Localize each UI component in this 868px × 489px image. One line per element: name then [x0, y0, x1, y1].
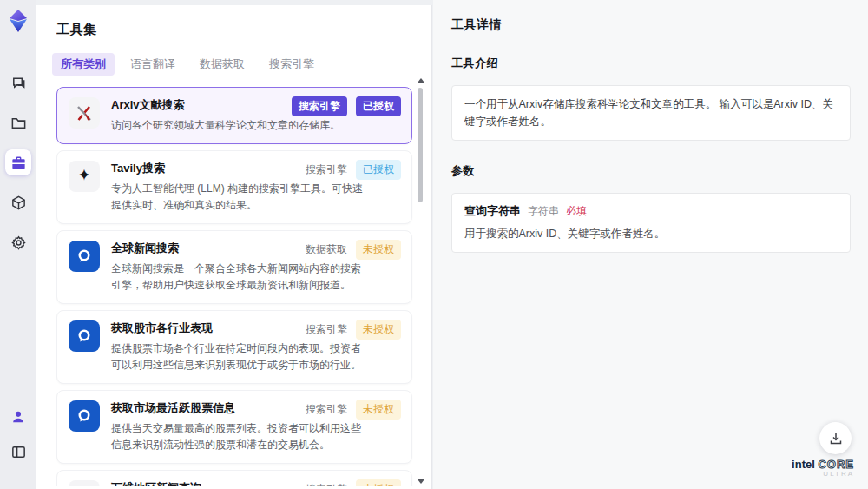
tab-1[interactable]: 语言翻译	[122, 53, 184, 76]
status-badge: 未授权	[356, 240, 401, 260]
panel-toggle-icon	[10, 444, 27, 460]
param-type: 字符串	[528, 204, 559, 219]
tab-0[interactable]: 所有类别	[52, 53, 115, 76]
tool-card[interactable]: 获取市场最活跃股票信息 提供当天交易量最高的股票列表。投资者可以利用这些信息来识…	[56, 390, 412, 464]
tool-card[interactable]: 获取股市各行业表现 提供股票市场各个行业在特定时间段内的表现。投资者可以利用这些…	[56, 310, 412, 384]
sidebar-item-files[interactable]	[5, 109, 31, 135]
download-button[interactable]	[819, 422, 852, 454]
tool-card[interactable]: 全球新闻搜索 全球新闻搜索是一个聚合全球各大新闻网站内容的搜索引擎，帮助用户快速…	[56, 230, 412, 304]
params-heading: 参数	[451, 163, 851, 179]
tools-panel: 工具集 所有类别语言翻译数据获取搜索引擎 Arxiv文献搜索 访问各个研究领域大…	[36, 5, 432, 489]
category-badge: 数据获取	[306, 242, 347, 257]
app-window: 工具集 所有类别语言翻译数据获取搜索引擎 Arxiv文献搜索 访问各个研究领域大…	[0, 0, 868, 489]
tool-description: 提供股票市场各个行业在特定时间段内的表现。投资者可以利用这些信息来识别表现优于或…	[111, 340, 399, 373]
tab-2[interactable]: 数据获取	[191, 53, 253, 76]
blueq-icon	[69, 241, 100, 272]
intro-text: 一个用于从Arxiv存储库搜索科学论文和文章的工具。 输入可以是Arxiv ID…	[464, 96, 838, 130]
intel-wordmark: intel	[792, 458, 815, 471]
ultra-wordmark: ULTRA	[792, 471, 854, 479]
tool-card[interactable]: 万维地区新闻查询 查询具体行政区划内的新闻，快速了解各地新闻动 搜索引擎 未授权	[56, 470, 412, 486]
download-icon	[829, 432, 843, 446]
category-badge: 搜索引擎	[306, 402, 347, 417]
building-icon	[69, 480, 100, 486]
intro-box: 一个用于从Arxiv存储库搜索科学论文和文章的工具。 输入可以是Arxiv ID…	[451, 85, 851, 141]
cube-icon	[10, 195, 27, 211]
core-wordmark: CORE	[818, 458, 854, 471]
category-tabs: 所有类别语言翻译数据获取搜索引擎	[36, 38, 431, 84]
param-description: 用于搜索的Arxiv ID、关键字或作者姓名。	[464, 226, 838, 242]
chat-icon	[10, 75, 27, 91]
category-badge: 搜索引擎	[306, 322, 347, 337]
intel-core-logo: intel CORE ULTRA	[792, 459, 854, 479]
gear-icon	[10, 235, 27, 251]
blueq-icon	[69, 400, 100, 432]
status-badge: 未授权	[356, 479, 401, 486]
sidebar-item-panel-toggle[interactable]	[5, 439, 31, 465]
sidebar-item-tools[interactable]	[5, 149, 31, 175]
status-badge: 已授权	[356, 96, 401, 116]
sidebar-item-models[interactable]	[5, 189, 31, 215]
status-badge: 已授权	[356, 160, 401, 180]
page-title: 工具集	[36, 5, 431, 38]
folder-icon	[10, 115, 27, 131]
tool-card[interactable]: Arxiv文献搜索 访问各个研究领域大量科学论文和文章的存储库。 搜索引擎 已授…	[56, 87, 412, 144]
scroll-up-arrow-icon[interactable]	[418, 78, 424, 83]
tool-description: 全球新闻搜索是一个聚合全球各大新闻网站内容的搜索引擎，帮助用户快速获取全球最新资…	[111, 261, 399, 294]
tool-card[interactable]: ✦ Tavily搜索 专为人工智能代理 (LLM) 构建的搜索引擎工具。可快速提…	[56, 150, 412, 224]
app-logo-icon	[6, 9, 30, 33]
tool-description: 访问各个研究领域大量科学论文和文章的存储库。	[111, 117, 399, 134]
param-name: 查询字符串	[464, 203, 521, 219]
blueq-icon	[69, 320, 100, 352]
user-icon	[10, 409, 26, 425]
param-required-badge: 必填	[566, 204, 587, 219]
category-badge: 搜索引擎	[292, 96, 347, 116]
tool-list: Arxiv文献搜索 访问各个研究领域大量科学论文和文章的存储库。 搜索引擎 已授…	[36, 84, 431, 486]
list-scrollbar[interactable]	[417, 78, 424, 487]
status-badge: 未授权	[356, 320, 401, 340]
intro-heading: 工具介绍	[451, 56, 851, 71]
scroll-down-arrow-icon[interactable]	[418, 479, 424, 484]
sidebar-item-chat[interactable]	[5, 69, 31, 96]
tool-description: 提供当天交易量最高的股票列表。投资者可以利用这些信息来识别流动性强的股票和潜在的…	[111, 420, 399, 453]
param-box: 查询字符串 字符串 必填 用于搜索的Arxiv ID、关键字或作者姓名。	[451, 193, 851, 253]
tavily-icon: ✦	[69, 161, 100, 192]
sidebar-item-account[interactable]	[5, 404, 31, 430]
tab-3[interactable]: 搜索引擎	[260, 53, 323, 76]
tool-detail-panel: 工具详情 工具介绍 一个用于从Arxiv存储库搜索科学论文和文章的工具。 输入可…	[433, 0, 868, 489]
category-badge: 搜索引擎	[306, 162, 347, 177]
status-badge: 未授权	[356, 400, 401, 420]
category-badge: 搜索引擎	[306, 482, 347, 486]
tool-description: 专为人工智能代理 (LLM) 构建的搜索引擎工具。可快速提供实时、准确和真实的结…	[111, 181, 399, 214]
detail-title: 工具详情	[451, 17, 851, 33]
briefcase-icon	[10, 155, 27, 171]
scrollbar-thumb[interactable]	[418, 88, 423, 202]
sidebar	[0, 0, 36, 489]
sidebar-item-settings[interactable]	[5, 229, 31, 255]
arxiv-icon	[69, 97, 100, 129]
